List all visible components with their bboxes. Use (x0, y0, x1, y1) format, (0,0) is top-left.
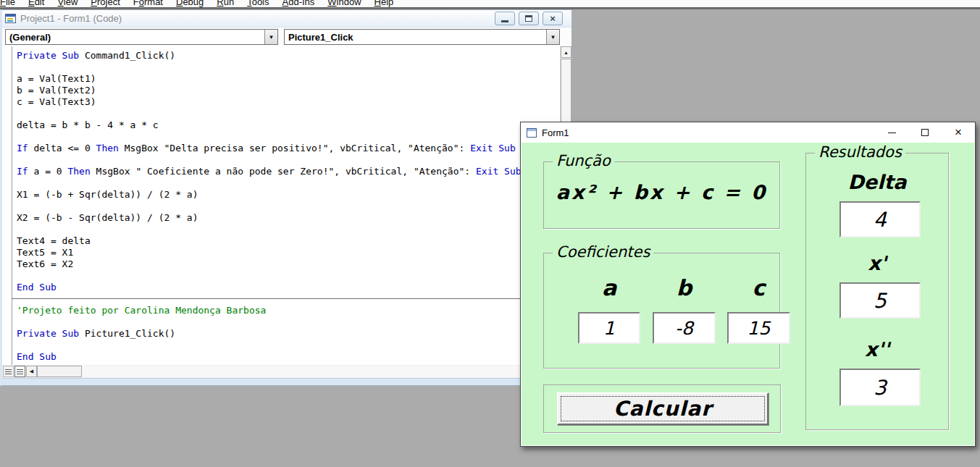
menu-item-view[interactable]: View (51, 0, 84, 7)
minimize-icon (501, 20, 508, 22)
funcao-caption: Função (553, 152, 614, 169)
form1-client-area: Função ax² + bx + c = 0 Coeficientes a b… (522, 143, 974, 445)
minimize-icon (888, 132, 896, 133)
menu-item-run[interactable]: Run (210, 0, 240, 7)
code-line: If a = 0 Then MsgBox " Coeficiente a não… (17, 166, 553, 177)
code-window-titlebar[interactable]: Project1 - Form1 (Code) × (2, 10, 571, 28)
form1-titlebar[interactable]: Form1 × (521, 122, 975, 143)
full-module-view-button[interactable] (14, 366, 25, 377)
code-line (17, 154, 553, 166)
event-dropdown[interactable]: Picture1_Click ▼ (284, 29, 560, 45)
code-line: X1 = (-b + Sqr(delta)) / (2 * a) (17, 189, 553, 201)
code-window-bottom-edge (2, 378, 571, 385)
code-line (17, 270, 553, 282)
code-line: delta = b * b - 4 * a * c (17, 119, 553, 131)
coefficient-b-input[interactable] (653, 312, 716, 344)
x1-label: x' (806, 252, 948, 274)
label-a: a (578, 275, 640, 300)
code-window-icon (5, 14, 16, 23)
object-dropdown-value: (General) (9, 32, 51, 43)
code-line (17, 177, 553, 189)
resultados-frame: Resultados Delta x' x'' (805, 153, 949, 430)
horizontal-scrollbar[interactable]: ◀ (26, 366, 553, 377)
horizontal-scrollbar-thumb[interactable] (37, 366, 82, 377)
code-line: Text5 = X1 (17, 247, 553, 258)
object-dropdown[interactable]: (General) ▼ (5, 29, 278, 45)
close-icon: × (955, 126, 962, 138)
maximize-button[interactable] (908, 122, 942, 143)
code-window: Project1 - Form1 (Code) × (General) ▼ Pi… (0, 9, 572, 386)
menu-item-debug[interactable]: Debug (169, 0, 210, 7)
code-line: Private Sub Picture1_Click() (17, 328, 553, 340)
menu-item-file[interactable]: File (0, 0, 22, 7)
code-line: If delta <= 0 Then MsgBox "Delta precisa… (17, 143, 553, 154)
maximize-icon (921, 129, 929, 136)
form1-title: Form1 (542, 127, 569, 138)
x2-output[interactable] (839, 369, 921, 406)
code-line: End Sub (17, 282, 553, 293)
scroll-left-button[interactable]: ◀ (26, 366, 37, 377)
code-line: 'Projeto feito por Carolina Mendonça Bar… (17, 305, 553, 316)
code-line: Text6 = X2 (17, 258, 553, 270)
coefficient-a-input[interactable] (578, 312, 640, 344)
close-button[interactable]: × (942, 122, 975, 143)
minimize-button[interactable] (875, 122, 908, 143)
form-icon (527, 128, 537, 138)
form1-window: Form1 × Função ax² + bx + c = 0 Coeficie… (520, 122, 976, 447)
scroll-up-button[interactable]: ▲ (561, 46, 571, 58)
code-line: X2 = (-b - Sqr(delta)) / (2 * a) (17, 212, 553, 224)
code-line (17, 293, 553, 305)
code-line: a = Val(Text1) (17, 73, 553, 85)
menu-item-format[interactable]: Format (127, 0, 169, 7)
code-window-title: Project1 - Form1 (Code) (20, 13, 122, 24)
funcao-frame: Função ax² + bx + c = 0 (543, 161, 780, 229)
vertical-scrollbar-thumb[interactable] (561, 59, 571, 125)
procedure-view-icon (5, 369, 12, 374)
event-dropdown-value: Picture1_Click (288, 32, 353, 43)
delta-label: Delta (806, 171, 948, 193)
code-margin-bar (2, 46, 12, 365)
menu-item-add-ins[interactable]: Add-Ins (276, 0, 322, 7)
code-line (17, 316, 553, 328)
code-line (17, 131, 553, 143)
menu-item-window[interactable]: Window (321, 0, 367, 7)
menu-item-tools[interactable]: Tools (240, 0, 275, 7)
code-line: b = Val(Text2) (17, 85, 553, 96)
resultados-caption: Resultados (815, 143, 905, 161)
form1-window-controls: × (875, 122, 975, 143)
chevron-down-icon[interactable]: ▼ (546, 30, 559, 44)
label-c: c (727, 275, 790, 300)
coeficientes-caption: Coeficientes (553, 243, 653, 261)
code-line (17, 340, 553, 351)
code-line: Private Sub Command1_Click() (17, 50, 553, 62)
code-line: Text4 = delta (17, 235, 553, 247)
calcular-button[interactable]: Calcular (557, 392, 768, 425)
menu-item-help[interactable]: Help (368, 0, 401, 7)
vb6-ide-screen: { "menu": { "items": [ {"label":"File","… (0, 0, 980, 467)
minimize-button[interactable] (495, 12, 515, 25)
code-editor[interactable]: Private Sub Command1_Click() a = Val(Tex… (2, 46, 571, 365)
code-window-controls: × (495, 12, 563, 25)
procedure-view-button[interactable] (3, 366, 14, 377)
code-line (17, 201, 553, 212)
close-button[interactable]: × (543, 12, 563, 25)
label-b: b (653, 275, 716, 300)
code-line (17, 62, 553, 73)
menu-item-edit[interactable]: Edit (22, 0, 51, 7)
menu-strip: FileEditViewProjectFormatDebugRunToolsAd… (0, 0, 400, 7)
calcular-button-label: Calcular (613, 397, 712, 421)
code-line: c = Val(Text3) (17, 96, 553, 108)
code-window-bottombar: ◀ (2, 365, 571, 378)
formula-label: ax² + bx + c = 0 (544, 181, 779, 203)
menu-bar: FileEditViewProjectFormatDebugRunToolsAd… (0, 0, 980, 7)
chevron-down-icon[interactable]: ▼ (264, 30, 277, 44)
menu-item-project[interactable]: Project (84, 0, 126, 7)
code-line (17, 224, 553, 235)
delta-output[interactable] (839, 201, 921, 237)
code-line (17, 108, 553, 119)
restore-button[interactable] (519, 12, 539, 25)
x1-output[interactable] (839, 282, 921, 319)
coefficient-c-input[interactable] (727, 312, 790, 344)
x2-label: x'' (806, 338, 948, 361)
calcular-frame: Calcular (543, 384, 781, 433)
